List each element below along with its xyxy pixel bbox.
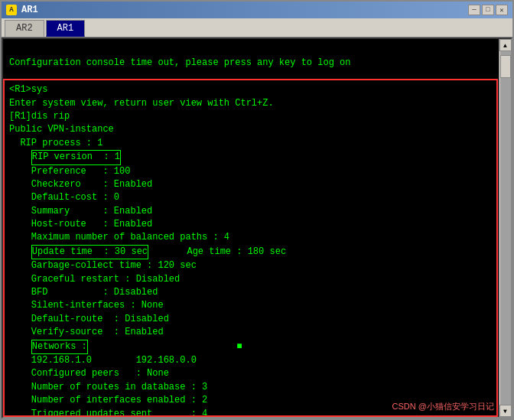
- minimize-button[interactable]: —: [468, 5, 480, 15]
- line-networks-label: Networks : ■: [9, 340, 493, 354]
- line-prompt: <R1>sys: [9, 83, 493, 96]
- line-config: Configuration console time out, please p…: [9, 57, 493, 70]
- close-button[interactable]: ✕: [496, 5, 508, 15]
- main-window: A AR1 — □ ✕ AR2 AR1 Configuration consol…: [0, 0, 514, 420]
- line-silent: Silent-interfaces : None: [9, 299, 493, 312]
- scrollbar-thumb[interactable]: [500, 55, 511, 78]
- line-triggered: Triggered updates sent : 4: [9, 408, 493, 417]
- line-checkzero: Checkzero : Enabled: [9, 178, 493, 191]
- line-garbage: Garbage-collect time : 120 sec: [9, 259, 493, 272]
- line-verify: Verify-source : Enabled: [9, 326, 493, 339]
- line-summary: Summary : Enabled: [9, 205, 493, 218]
- scrollbar-up-button[interactable]: ▲: [499, 39, 512, 51]
- line-empty-1: [9, 44, 493, 57]
- app-icon: A: [6, 5, 17, 15]
- maximize-button[interactable]: □: [482, 5, 494, 15]
- line-host-route: Host-route : Enabled: [9, 218, 493, 231]
- window-title: AR1: [21, 5, 38, 15]
- line-bfd: BFD : Disabled: [9, 286, 493, 299]
- line-rip-process: RIP process : 1: [9, 137, 493, 150]
- line-empty-2: [9, 70, 493, 83]
- line-networks-values: 192.168.1.0 192.168.0.0: [9, 354, 493, 367]
- line-interfaces: Number of interfaces enabled : 2: [9, 394, 493, 407]
- title-controls: — □ ✕: [468, 5, 508, 15]
- line-default-route: Default-route : Disabled: [9, 313, 493, 326]
- tab-bar: AR2 AR1: [2, 18, 512, 37]
- tab-ar1[interactable]: AR1: [46, 20, 86, 37]
- terminal-container: Configuration console time out, please p…: [2, 37, 512, 418]
- scrollbar-track[interactable]: [500, 51, 511, 405]
- scrollbar[interactable]: ▲ ▼: [499, 39, 511, 417]
- line-rip-version: RIP version : 1: [9, 150, 493, 164]
- line-graceful: Graceful restart : Disabled: [9, 273, 493, 286]
- line-routes-db: Number of routes in database : 3: [9, 381, 493, 394]
- line-max-paths: Maximum number of balanced paths : 4: [9, 231, 493, 244]
- tab-ar2[interactable]: AR2: [5, 20, 44, 37]
- line-configured-peers: Configured peers : None: [9, 367, 493, 380]
- scrollbar-down-button[interactable]: ▼: [499, 405, 512, 417]
- networks-box: Networks :: [31, 340, 88, 354]
- line-preference: Preference : 100: [9, 165, 493, 178]
- line-disrip: [R1]dis rip: [9, 110, 493, 123]
- terminal-output[interactable]: Configuration console time out, please p…: [3, 39, 499, 417]
- rip-version-box: RIP version : 1: [31, 150, 121, 164]
- line-update-time: Update time : 30 sec Age time : 180 sec: [9, 245, 493, 259]
- line-vpn: Public VPN-instance: [9, 123, 493, 136]
- title-bar-left: A AR1: [6, 5, 38, 15]
- title-bar: A AR1 — □ ✕: [2, 2, 512, 18]
- line-sysview: Enter system view, return user view with…: [9, 97, 493, 110]
- update-time-box: Update time : 30 sec: [31, 245, 148, 259]
- line-default-cost: Default-cost : 0: [9, 191, 493, 204]
